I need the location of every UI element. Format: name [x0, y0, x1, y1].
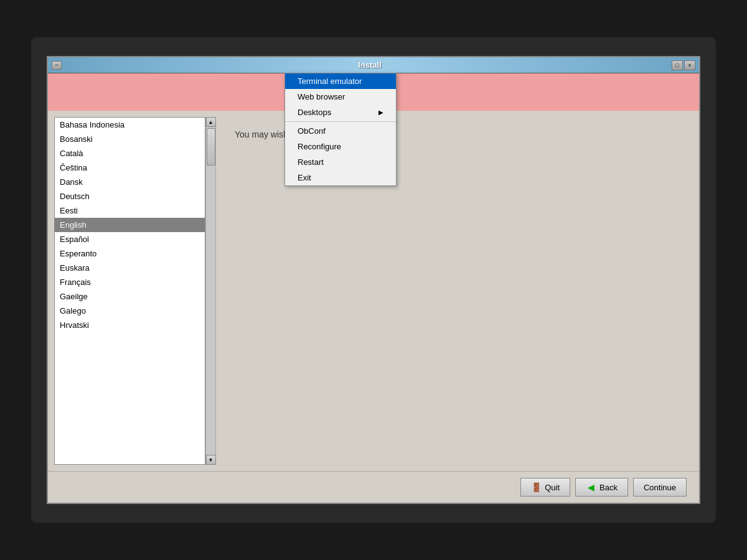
language-item-espanol[interactable]: Español — [55, 232, 205, 246]
language-item-gaeilge[interactable]: Gaeilge — [55, 289, 205, 304]
bottom-buttons: 🚪 Quit ◀ Back Continue — [48, 471, 699, 503]
language-item-bahasa-indonesia[interactable]: Bahasa Indonesia — [55, 118, 205, 132]
menu-item-desktops[interactable]: Desktops▶ — [285, 105, 396, 120]
titlebar-minimize-button[interactable]: □ — [672, 60, 683, 70]
language-item-catala[interactable]: Català — [55, 146, 205, 161]
window-title: Install — [68, 60, 672, 70]
language-item-esperanto[interactable]: Esperanto — [55, 246, 205, 261]
continue-label: Continue — [644, 483, 676, 492]
language-item-english[interactable]: English — [55, 218, 205, 232]
language-item-dansk[interactable]: Dansk — [55, 175, 205, 189]
language-item-deutsch[interactable]: Deutsch — [55, 189, 205, 203]
titlebar-menu-button[interactable]: ─ — [52, 61, 62, 70]
scroll-thumb[interactable] — [207, 128, 215, 166]
titlebar-right-buttons: □ × — [672, 60, 695, 70]
language-item-galego[interactable]: Galego — [55, 304, 205, 318]
installer-window: ─ Install □ × Terminal emulatorWeb brows… — [47, 56, 700, 504]
menu-item-web-browser[interactable]: Web browser — [285, 89, 396, 105]
context-menu: Terminal emulatorWeb browserDesktops▶ObC… — [284, 73, 397, 186]
language-item-bosanski[interactable]: Bosanski — [55, 132, 205, 146]
titlebar-close-button[interactable]: × — [684, 60, 695, 70]
back-label: Back — [599, 483, 618, 492]
language-item-francais[interactable]: Français — [55, 275, 205, 289]
quit-icon: 🚪 — [531, 482, 541, 492]
submenu-arrow-icon: ▶ — [378, 109, 383, 116]
scroll-down-button[interactable]: ▼ — [206, 455, 216, 465]
language-item-hrvatski[interactable]: Hrvatski — [55, 318, 205, 332]
scrollbar: ▲ ▼ — [205, 117, 215, 465]
language-item-euskara[interactable]: Euskara — [55, 261, 205, 275]
continue-button[interactable]: Continue — [633, 478, 687, 497]
back-icon: ◀ — [586, 482, 596, 492]
language-item-cestina[interactable]: Čeština — [55, 161, 205, 175]
menu-separator — [285, 121, 396, 122]
titlebar: ─ Install □ × — [48, 57, 699, 73]
menu-item-obconf[interactable]: ObConf — [285, 123, 396, 139]
menu-item-restart[interactable]: Restart — [285, 154, 396, 170]
screen-bezel: ─ Install □ × Terminal emulatorWeb brows… — [31, 37, 716, 523]
language-panel: Bahasa IndonesiaBosanskiCatalàČeštinaDan… — [54, 117, 216, 465]
back-button[interactable]: ◀ Back — [575, 478, 628, 497]
menu-item-terminal[interactable]: Terminal emulator — [285, 73, 396, 89]
language-list: Bahasa IndonesiaBosanskiCatalàČeštinaDan… — [54, 117, 205, 465]
scroll-up-button[interactable]: ▲ — [206, 117, 216, 127]
quit-label: Quit — [545, 483, 560, 492]
menu-item-reconfigure[interactable]: Reconfigure — [285, 139, 396, 154]
titlebar-left-buttons: ─ — [52, 61, 62, 70]
menu-item-exit[interactable]: Exit — [285, 170, 396, 185]
language-item-eesti[interactable]: Eesti — [55, 203, 205, 218]
quit-button[interactable]: 🚪 Quit — [520, 478, 570, 497]
